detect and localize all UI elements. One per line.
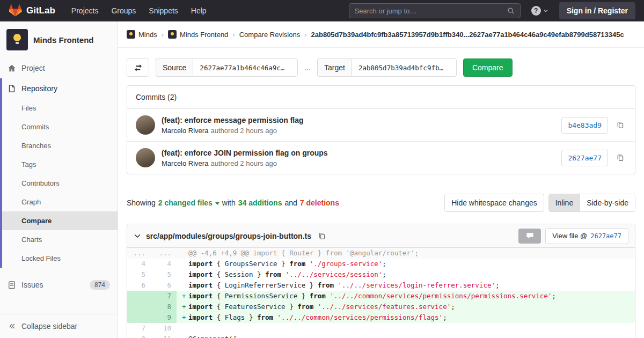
nav-link-snippets[interactable]: Snippets — [142, 0, 184, 21]
diff-line-number-new[interactable]: 10 — [151, 323, 177, 334]
commit-sha-button[interactable]: 2627ae77 — [561, 150, 608, 166]
commit-meta: Marcelo Riveraauthored 2 hours ago — [162, 127, 555, 135]
breadcrumb-item: Compare Revisions — [239, 31, 300, 39]
diff-line-number-old[interactable] — [127, 312, 151, 323]
diff-line-code: +import { FeaturesService } from '../../… — [177, 302, 635, 312]
commit-row: (feat): enforce JOIN permission flag on … — [127, 141, 635, 174]
nav-link-help[interactable]: Help — [185, 0, 213, 21]
diff-sign — [182, 323, 188, 334]
chevron-down-icon — [543, 8, 548, 13]
diff-line-number-new[interactable]: 8 — [151, 302, 177, 312]
target-revision-dropdown[interactable]: 2ab805d7b39ad4bfc9fb… — [352, 58, 457, 77]
diff-line-number-old[interactable]: 4 — [127, 259, 151, 269]
search-box[interactable] — [349, 3, 521, 18]
search-input[interactable] — [355, 7, 503, 15]
breadcrumb-link[interactable]: Minds — [138, 31, 157, 39]
side-by-side-view-button[interactable]: Side-by-side — [580, 194, 635, 211]
copy-icon — [617, 121, 624, 129]
diff-line-number-old[interactable]: 5 — [127, 269, 151, 280]
diff-line-number-new[interactable]: 11 — [151, 334, 177, 338]
diff-line-number-old[interactable]: 8 — [127, 334, 151, 338]
copy-commit-sha-button[interactable] — [614, 119, 626, 131]
copy-file-path-button[interactable] — [316, 230, 328, 242]
copy-commit-sha-button[interactable] — [614, 152, 626, 164]
issues-icon — [8, 281, 16, 289]
sidebar-item-compare[interactable]: Compare — [2, 211, 118, 230]
swap-revisions-button[interactable] — [127, 58, 149, 77]
diff-line-number-old[interactable] — [127, 302, 151, 312]
compare-button[interactable]: Compare — [463, 58, 513, 77]
source-revision-dropdown[interactable]: 2627ae77a1b464c46a9c… — [193, 58, 298, 77]
sidebar-item-repository[interactable]: Repository — [2, 78, 118, 99]
diff-line-number-new[interactable]: 6 — [151, 280, 177, 291]
nav-link-groups[interactable]: Groups — [105, 0, 142, 21]
range-separator: ... — [304, 63, 311, 72]
commit-main: (feat): enforce message permission flagM… — [162, 116, 555, 135]
toggle-comments-button[interactable] — [518, 229, 541, 244]
diff-line-number-old[interactable] — [127, 291, 151, 302]
diff-summary: Showing 2 changed files with 34 addition… — [127, 194, 635, 212]
collapse-sidebar-label: Collapse sidebar — [21, 322, 77, 330]
sidebar-item-label: Repository — [21, 84, 57, 93]
commit-sha-button[interactable]: b4e83ad9 — [561, 117, 608, 134]
diff-line-number-old[interactable]: ... — [127, 248, 151, 259]
breadcrumb: Minds›Minds Frontend›Compare Revisions›2… — [118, 21, 644, 48]
sidebar-item-commits[interactable]: Commits — [2, 117, 118, 136]
breadcrumb-link[interactable]: Minds Frontend — [180, 31, 228, 39]
breadcrumb-separator: › — [232, 31, 235, 39]
breadcrumb-current: 2ab805d7b39ad4bfc9fb3a85713957d9b1ffb340… — [311, 31, 624, 39]
nav-links: ProjectsGroupsSnippetsHelp — [65, 0, 213, 21]
breadcrumb-separator: › — [304, 31, 306, 39]
breadcrumb-link[interactable]: Compare Revisions — [239, 31, 300, 39]
sidebar-item-issues[interactable]: Issues 874 — [0, 274, 118, 296]
hide-whitespace-button[interactable]: Hide whitespace changes — [444, 194, 544, 212]
project-header[interactable]: Minds Frontend — [0, 21, 118, 58]
diff-line-number-new[interactable]: 7 — [151, 291, 177, 302]
inline-view-button[interactable]: Inline — [549, 194, 580, 211]
sidebar-item-label: Project — [21, 64, 45, 72]
sidebar-item-tags[interactable]: Tags — [2, 155, 118, 174]
diff-line-number-old[interactable]: 7 — [127, 323, 151, 334]
chevron-down-icon[interactable] — [134, 232, 141, 240]
target-group: Target 2ab805d7b39ad4bfc9fb… — [317, 58, 457, 77]
code-text: import { FeaturesService } from '../../s… — [188, 303, 455, 311]
view-file-button[interactable]: View file @ 2627ae77 — [545, 228, 628, 244]
diff-sign: + — [182, 302, 188, 312]
comment-bubble-icon — [526, 232, 534, 240]
diff-line-number-new[interactable]: 9 — [151, 312, 177, 323]
commit-title-link[interactable]: (feat): enforce JOIN permission flag on … — [162, 149, 555, 157]
diff-file-path[interactable]: src/app/modules/groups/groups-join-butto… — [146, 232, 311, 240]
nav-link-projects[interactable]: Projects — [65, 0, 105, 21]
diff-line-number-new[interactable]: 5 — [151, 269, 177, 280]
sidebar-item-graph[interactable]: Graph — [2, 193, 118, 211]
sidebar-item-branches[interactable]: Branches — [2, 136, 118, 155]
commits-panel-header: Commits (2) — [127, 86, 635, 109]
content: Minds›Minds Frontend›Compare Revisions›2… — [118, 0, 644, 338]
caret-down-icon — [215, 202, 219, 207]
collapse-sidebar-button[interactable]: Collapse sidebar — [0, 314, 118, 338]
additions-count: 34 additions — [238, 199, 282, 207]
sign-in-button[interactable]: Sign in / Register — [559, 2, 635, 19]
commit-author-link[interactable]: Marcelo Rivera — [162, 127, 208, 135]
diff-line-number-new[interactable]: ... — [151, 248, 177, 259]
diff-line-number-old[interactable]: 6 — [127, 280, 151, 291]
changed-files-dropdown[interactable]: 2 changed files — [158, 199, 219, 207]
diff-line: 710 — [127, 323, 635, 334]
sidebar-item-project[interactable]: Project — [0, 58, 118, 78]
diff-line-number-new[interactable]: 4 — [151, 259, 177, 269]
sidebar-item-locked-files[interactable]: Locked Files — [2, 249, 118, 268]
sidebar-item-charts[interactable]: Charts — [2, 230, 118, 249]
sidebar-item-contributors[interactable]: Contributors — [2, 174, 118, 193]
commit-list: (feat): enforce message permission flagM… — [127, 109, 635, 174]
help-menu[interactable]: ? — [531, 6, 548, 16]
main: Source 2627ae77a1b464c46a9c… ... Target … — [118, 48, 644, 338]
commit-title-link[interactable]: (feat): enforce message permission flag — [162, 116, 555, 124]
diff-line-code: import { LoginReferrerService } from '..… — [177, 280, 635, 291]
diff-line: 9+import { Flags } from '../../common/se… — [127, 312, 635, 323]
source-group: Source 2627ae77a1b464c46a9c… — [156, 58, 298, 77]
gitlab-logo[interactable]: GitLab — [9, 4, 55, 17]
top-navbar: GitLab ProjectsGroupsSnippetsHelp ? Sign… — [0, 0, 644, 21]
commit-author-link[interactable]: Marcelo Rivera — [162, 159, 208, 167]
sidebar-item-label: Issues — [21, 281, 43, 289]
sidebar-item-files[interactable]: Files — [2, 99, 118, 117]
